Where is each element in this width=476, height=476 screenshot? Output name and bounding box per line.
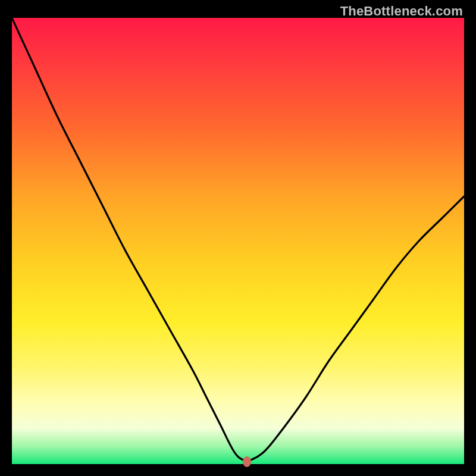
curve-svg: [12, 18, 464, 464]
chart-frame: TheBottleneck.com: [0, 0, 476, 476]
curve-path: [12, 18, 464, 461]
watermark-text: TheBottleneck.com: [340, 4, 463, 19]
optimum-marker: [243, 456, 251, 467]
plot-area: [12, 18, 464, 464]
